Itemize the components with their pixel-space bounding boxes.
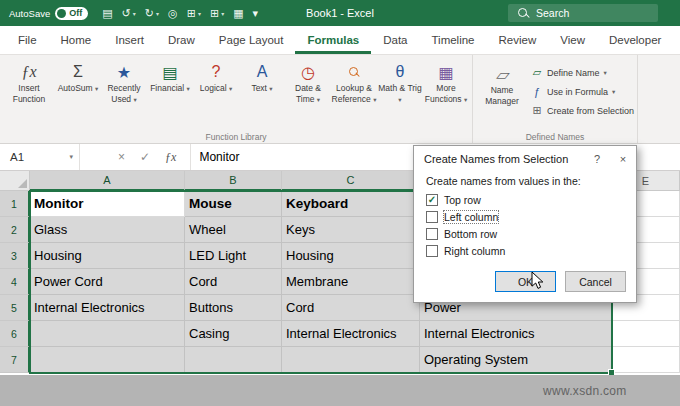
cell-b3[interactable]: LED Light: [185, 243, 282, 269]
dropdown-caret-icon: ▾: [198, 10, 201, 17]
row-header-6[interactable]: 6: [0, 321, 30, 347]
ribbon-more-functions-button[interactable]: ▦More Functions ▾: [423, 57, 469, 104]
tab-formulas[interactable]: Formulas: [295, 26, 371, 54]
cell-c5[interactable]: Cord: [282, 295, 420, 321]
tab-data[interactable]: Data: [371, 26, 419, 54]
cell-b1[interactable]: Mouse: [185, 191, 282, 217]
cancel-button[interactable]: Cancel: [565, 271, 626, 292]
cell-a1[interactable]: Monitor: [30, 191, 185, 217]
row-header-7[interactable]: 7: [0, 347, 30, 373]
ribbon-insert-function-button[interactable]: ƒxInsert Function: [3, 57, 55, 104]
cell-e7[interactable]: [612, 347, 680, 373]
row-header-2[interactable]: 2: [0, 217, 30, 243]
ribbon-recently-used-button[interactable]: ★Recently Used ▾: [101, 57, 147, 104]
ribbon-create-from-selection-button[interactable]: ⊞Create from Selection: [531, 101, 634, 120]
ribbon-name-manager-button[interactable]: ▱Name Manager: [476, 59, 528, 106]
dropdown-caret-icon: ▾: [604, 69, 607, 77]
cell-a4[interactable]: Power Cord: [30, 269, 185, 295]
pen-mode-icon[interactable]: ◎: [168, 7, 178, 20]
ribbon-lookup-reference-button[interactable]: Lookup & Reference ▾: [331, 57, 377, 104]
cell-d6[interactable]: Internal Electronics: [420, 321, 612, 347]
name-box[interactable]: A1 ▾: [0, 144, 80, 170]
tab-timeline[interactable]: Timeline: [419, 26, 486, 54]
cell-a3[interactable]: Housing: [30, 243, 185, 269]
cell-c2[interactable]: Keys: [282, 217, 420, 243]
tab-file[interactable]: File: [6, 26, 49, 54]
option-bottom-row[interactable]: Bottom row: [426, 225, 624, 242]
sheet-icon[interactable]: ▦: [233, 7, 243, 20]
tab-review[interactable]: Review: [487, 26, 549, 54]
close-icon[interactable]: ×: [610, 146, 636, 171]
ribbon-logical-button[interactable]: ?Logical ▾: [193, 57, 239, 94]
tab-draw[interactable]: Draw: [156, 26, 207, 54]
ribbon-tabs: FileHomeInsertDrawPage LayoutFormulasDat…: [0, 26, 680, 55]
tab-view[interactable]: View: [548, 26, 597, 54]
insert-table-icon[interactable]: ⊞▾: [187, 7, 201, 20]
save-icon[interactable]: ▤: [102, 7, 112, 20]
search-box[interactable]: Search: [508, 4, 658, 22]
row-header-3[interactable]: 3: [0, 243, 30, 269]
cell-a5[interactable]: Internal Electronics: [30, 295, 185, 321]
enter-icon[interactable]: ✓: [140, 150, 150, 164]
redo-icon[interactable]: ↻▾: [145, 7, 159, 20]
dialog-options: ✓Top rowLeft columnBottom rowRight colum…: [426, 191, 624, 259]
ribbon-financial-button[interactable]: ▤Financial ▾: [147, 57, 193, 94]
column-header-c[interactable]: C: [282, 171, 420, 191]
dropdown-caret-icon: ▾: [269, 85, 272, 92]
ribbon-define-name-button[interactable]: ▱Define Name▾: [531, 63, 634, 82]
cell-a7[interactable]: [30, 347, 185, 373]
row-header-5[interactable]: 5: [0, 295, 30, 321]
dialog-title: Create Names from Selection: [424, 153, 568, 165]
autosave-toggle[interactable]: AutoSave Off: [9, 7, 88, 20]
customize-quick-access-icon[interactable]: ▾: [253, 7, 259, 20]
column-header-a[interactable]: A: [30, 171, 185, 191]
ribbon-date-time-button[interactable]: ◷Date & Time ▾: [285, 57, 331, 104]
name-box-value: A1: [10, 151, 24, 163]
financial-icon: ▤: [162, 61, 177, 83]
cell-c7[interactable]: [282, 347, 420, 373]
ribbon-text-button[interactable]: AText ▾: [239, 57, 285, 94]
cell-b2[interactable]: Wheel: [185, 217, 282, 243]
select-all-button[interactable]: [0, 171, 30, 191]
tab-page-layout[interactable]: Page Layout: [207, 26, 296, 54]
cell-c1[interactable]: Keyboard: [282, 191, 420, 217]
cell-a6[interactable]: [30, 321, 185, 347]
cell-c6[interactable]: Internal Electronics: [282, 321, 420, 347]
ribbon-math-trig-button[interactable]: θMath & Trig ▾: [377, 57, 423, 104]
cell-c3[interactable]: Housing: [282, 243, 420, 269]
ok-button[interactable]: OK: [495, 271, 556, 292]
tab-insert[interactable]: Insert: [103, 26, 156, 54]
autosave-pill[interactable]: Off: [55, 7, 88, 20]
cancel-icon[interactable]: ×: [118, 150, 125, 164]
option-left-column[interactable]: Left column: [426, 208, 624, 225]
pivot-table-icon[interactable]: ⊞▾: [210, 7, 224, 20]
row-header-4[interactable]: 4: [0, 269, 30, 295]
cell-b7[interactable]: [185, 347, 282, 373]
math-trig-icon: θ: [396, 61, 405, 83]
ribbon-autosum-button[interactable]: ΣAutoSum ▾: [55, 57, 101, 94]
top-row-checkbox[interactable]: ✓: [426, 194, 438, 206]
ribbon-use-in-formula-button[interactable]: ƒUse in Formula▾: [531, 82, 634, 101]
undo-icon[interactable]: ↺▾: [122, 7, 136, 20]
cell-b4[interactable]: Cord: [185, 269, 282, 295]
use-in-formula-icon: ƒ: [531, 86, 543, 98]
option-right-column[interactable]: Right column: [426, 242, 624, 259]
bottom-row-checkbox[interactable]: [426, 228, 438, 240]
quick-access-toolbar: ▤↺▾↻▾◎⊞▾⊞▾▦▾: [102, 7, 258, 20]
option-top-row[interactable]: ✓Top row: [426, 191, 624, 208]
ribbon: ƒxInsert FunctionΣAutoSum ▾★Recently Use…: [0, 55, 680, 144]
cell-d7[interactable]: Operating System: [420, 347, 612, 373]
cell-a2[interactable]: Glass: [30, 217, 185, 243]
cell-b6[interactable]: Casing: [185, 321, 282, 347]
right-column-checkbox[interactable]: [426, 245, 438, 257]
cell-c4[interactable]: Membrane: [282, 269, 420, 295]
cell-b5[interactable]: Buttons: [185, 295, 282, 321]
column-header-b[interactable]: B: [185, 171, 282, 191]
cell-e6[interactable]: [612, 321, 680, 347]
row-header-1[interactable]: 1: [0, 191, 30, 217]
insert-function-icon[interactable]: ƒx: [165, 150, 176, 165]
tab-developer[interactable]: Developer: [597, 26, 673, 54]
tab-home[interactable]: Home: [49, 26, 104, 54]
help-icon[interactable]: ?: [584, 146, 610, 171]
left-column-checkbox[interactable]: [426, 211, 438, 223]
